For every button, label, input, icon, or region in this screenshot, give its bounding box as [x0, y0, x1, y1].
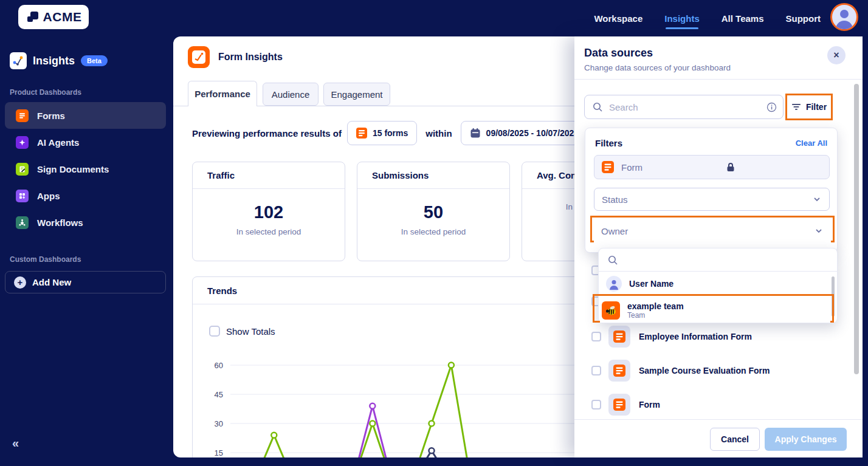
sidebar-menu: Forms AI Agents Sign Documents Apps Work… [5, 102, 166, 236]
owner-annotation-box: Owner [590, 216, 835, 242]
preview-label: Previewing performance results of [192, 128, 342, 139]
nav-workspace[interactable]: Workspace [594, 0, 642, 36]
show-totals-checkbox[interactable] [209, 326, 220, 337]
filters-popup: Filters Clear All Form Status Owner [585, 128, 838, 253]
filter-button[interactable]: Filter [789, 97, 829, 117]
lock-icon [725, 162, 822, 173]
form-icon [602, 161, 614, 173]
form-tile-icon [608, 326, 630, 348]
form-checkbox[interactable] [591, 332, 601, 341]
submissions-card-title: Submissions [357, 162, 509, 189]
sidebar-item-workflows[interactable]: Workflows [5, 209, 166, 236]
nav-insights[interactable]: Insights [664, 0, 700, 36]
sidebar-app-header: Insights Beta [10, 52, 108, 69]
filter-annotation-box: Filter [785, 94, 833, 120]
y-tick-45: 45 [202, 390, 223, 399]
sidebar-item-sign-documents[interactable]: Sign Documents [5, 156, 166, 182]
y-tick-15: 15 [202, 448, 223, 457]
form-insights-icon [188, 46, 210, 68]
sidebar-item-label: AI Agents [37, 137, 79, 148]
sidebar-item-label: Apps [37, 191, 60, 201]
tab-performance[interactable]: Performance [188, 81, 257, 106]
show-totals-control: Show Totals [209, 326, 275, 337]
within-label: within [425, 128, 452, 139]
topbar: ACME Workspace Insights All Teams Suppor… [0, 0, 868, 36]
cancel-button[interactable]: Cancel [710, 428, 760, 451]
y-tick-60: 60 [202, 361, 223, 370]
sidebar-item-label: Sign Documents [37, 164, 109, 174]
product-dashboards-label: Product Dashboards [10, 88, 81, 97]
owner-label: Owner [601, 226, 814, 236]
owner-option-user-name: User Name [629, 279, 673, 289]
search-icon [607, 255, 618, 266]
team-type-label: Team [627, 311, 684, 320]
y-tick-30: 30 [202, 419, 223, 428]
date-range-label: 09/08/2025 - 10/07/2025 [486, 128, 579, 138]
submissions-card: Submissions 50 In selected period [357, 162, 510, 261]
calendar-icon [470, 128, 481, 139]
tab-engagement[interactable]: Engagement [323, 83, 390, 106]
info-icon [766, 102, 777, 112]
form-insights-header: Form Insights [188, 46, 283, 68]
close-icon[interactable]: × [827, 46, 846, 64]
form-title: Form [639, 400, 660, 409]
status-select[interactable]: Status [594, 188, 830, 211]
clear-all-link[interactable]: Clear All [796, 139, 827, 148]
submissions-subtitle: In selected period [357, 227, 509, 236]
drawer-scrollbar[interactable] [854, 84, 859, 374]
drawer-header-divider [574, 79, 863, 80]
workflows-icon [16, 216, 29, 229]
traffic-card-title: Traffic [193, 162, 345, 189]
sidebar-item-label: Workflows [37, 218, 83, 228]
sidebar-item-ai-agents[interactable]: AI Agents [5, 129, 166, 156]
drawer-subtitle: Change data sources of your dashboard [584, 63, 731, 72]
form-list-item[interactable]: Form [574, 394, 848, 416]
owner-option-user[interactable]: User Name [599, 273, 837, 295]
apps-icon [16, 190, 29, 202]
search-input[interactable] [609, 102, 760, 112]
forms-icon [16, 109, 29, 122]
apply-changes-button[interactable]: Apply Changes [765, 428, 847, 451]
form-title: Sample Course Evaluation Form [639, 366, 770, 375]
form-checkbox[interactable] [591, 400, 601, 409]
form-checkbox[interactable] [591, 366, 601, 375]
top-nav: Workspace Insights All Teams Support [594, 0, 821, 36]
form-icon [613, 331, 625, 343]
app-root: { "colors": { "background_navy": "#0a155… [0, 0, 868, 466]
acme-logo[interactable]: ACME [18, 5, 89, 29]
sidebar-item-forms[interactable]: Forms [5, 102, 166, 129]
form-filter-locked: Form [594, 155, 830, 179]
person-icon [832, 5, 856, 29]
team-bee-avatar [602, 301, 620, 320]
team-option-text: example team Team [627, 301, 684, 320]
submissions-value: 50 [357, 202, 509, 222]
owner-select[interactable]: Owner [594, 219, 831, 242]
add-new-label: Add New [32, 277, 71, 287]
chevron-down-icon [814, 226, 824, 236]
forms-count-button[interactable]: 15 forms [347, 121, 417, 145]
sign-documents-icon [16, 163, 29, 176]
traffic-value: 102 [193, 202, 345, 222]
owner-dropdown-search[interactable] [599, 248, 837, 272]
owner-option-team[interactable]: example team Team [600, 298, 830, 323]
filter-button-label: Filter [806, 102, 827, 112]
drawer-title: Data sources [584, 47, 653, 60]
user-avatar[interactable] [830, 3, 858, 31]
form-list-item[interactable]: Employee Information Form [574, 326, 848, 348]
acme-logo-icon [26, 10, 40, 24]
form-list-item[interactable]: Sample Course Evaluation Form [574, 360, 848, 382]
search-icon [592, 101, 603, 112]
team-annotation-box: example team Team [593, 294, 834, 323]
nav-all-teams[interactable]: All Teams [722, 0, 764, 36]
forms-count-label: 15 forms [373, 128, 408, 138]
beta-badge: Beta [81, 55, 108, 66]
collapse-sidebar-button[interactable]: « [12, 436, 19, 450]
tab-audience[interactable]: Audience [263, 83, 319, 106]
nav-support[interactable]: Support [786, 0, 821, 36]
team-name: example team [627, 301, 684, 311]
drawer-search [584, 95, 784, 119]
traffic-card: Traffic 102 In selected period [192, 162, 345, 261]
add-new-button[interactable]: + Add New [5, 271, 166, 293]
sidebar-item-apps[interactable]: Apps [5, 182, 166, 209]
sidebar-item-label: Forms [37, 111, 65, 121]
